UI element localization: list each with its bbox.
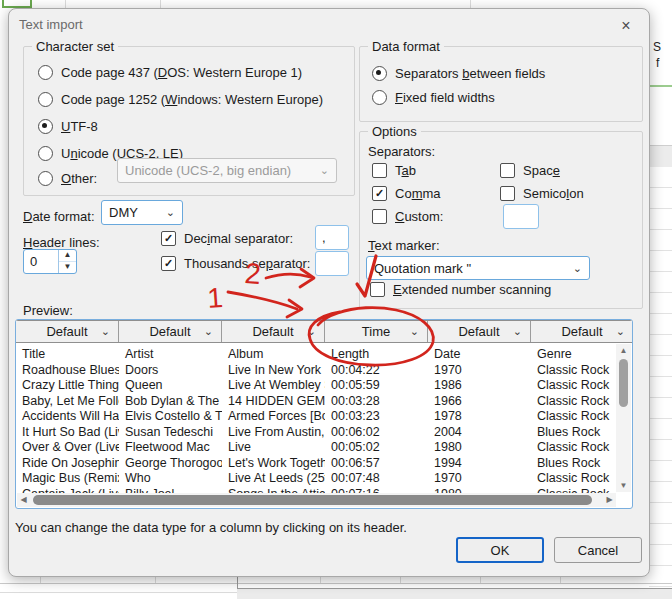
scroll-left-icon[interactable]: ◀ bbox=[17, 493, 30, 507]
preview-cell: 00:03:23 bbox=[325, 409, 428, 425]
checkbox-icon[interactable] bbox=[500, 186, 515, 201]
radio-label[interactable]: Other: bbox=[61, 171, 97, 186]
radio-icon[interactable] bbox=[372, 90, 387, 105]
checkbox-extended-number-scanning[interactable]: Extended number scanning bbox=[370, 281, 551, 297]
preview-cell: 14 HIDDEN GEMS Fr bbox=[222, 394, 325, 410]
checkbox-label[interactable]: Custom: bbox=[395, 209, 443, 224]
preview-cell: Live At Wembley Sta bbox=[222, 378, 325, 394]
spin-down-icon[interactable]: ▼ bbox=[59, 261, 76, 273]
custom-separator-input[interactable] bbox=[503, 204, 539, 229]
dialog-title: Text import bbox=[19, 17, 83, 32]
checkbox-label[interactable]: Semicolon bbox=[523, 186, 584, 201]
column-type-value: Default bbox=[46, 324, 87, 339]
chevron-down-icon: ⌄ bbox=[616, 321, 625, 342]
checkbox-label[interactable]: Decimal separator: bbox=[184, 231, 293, 246]
column-type-selector[interactable]: Default⌄ bbox=[428, 321, 531, 342]
radio-code-page-437[interactable]: Code page 437 (DOS: Western Europe 1) bbox=[38, 64, 302, 80]
radio-label[interactable]: Code page 437 (DOS: Western Europe 1) bbox=[61, 65, 302, 80]
ok-button[interactable]: OK bbox=[456, 537, 544, 563]
checkbox-space[interactable]: Space bbox=[500, 162, 560, 178]
preview-cell: Album bbox=[222, 347, 325, 363]
checkbox-label[interactable]: Space bbox=[523, 163, 560, 178]
preview-cell: 00:06:57 bbox=[325, 456, 428, 472]
radio-icon[interactable] bbox=[38, 146, 53, 161]
radio-icon[interactable] bbox=[38, 65, 53, 80]
radio-icon[interactable] bbox=[372, 66, 387, 81]
checkbox-label[interactable]: Extended number scanning bbox=[393, 282, 551, 297]
preview-cell: 1986 bbox=[428, 378, 531, 394]
column-type-selector[interactable]: Default⌄ bbox=[16, 321, 119, 342]
radio-icon[interactable] bbox=[38, 92, 53, 107]
vertical-scroll-thumb[interactable] bbox=[619, 359, 628, 407]
column-type-selector[interactable]: Default⌄ bbox=[119, 321, 222, 342]
chevron-down-icon: ⌄ bbox=[307, 321, 316, 342]
column-type-selector[interactable]: Default⌄ bbox=[222, 321, 325, 342]
checkbox-icon[interactable]: ✓ bbox=[161, 231, 176, 246]
horizontal-scrollbar[interactable]: ◀ ▶ bbox=[17, 493, 616, 507]
preview-cell: Live In New York bbox=[222, 363, 325, 379]
cancel-button[interactable]: Cancel bbox=[554, 537, 642, 563]
column-type-value: Time bbox=[362, 324, 390, 339]
checkbox-thousands-separator[interactable]: ✓ Thousands separator: bbox=[161, 255, 310, 271]
radio-icon[interactable] bbox=[38, 119, 53, 134]
decimal-separator-input[interactable]: , bbox=[315, 225, 349, 250]
radio-label[interactable]: Separators between fields bbox=[395, 66, 545, 81]
text-import-dialog: Text import × Character set Code page 43… bbox=[8, 8, 650, 577]
vertical-scrollbar[interactable]: ▲ ▼ bbox=[616, 344, 631, 492]
other-encoding-select: Unicode (UCS-2, big endian) ⌄ bbox=[117, 158, 337, 183]
checkbox-icon[interactable] bbox=[500, 163, 515, 178]
preview-cell: Live From Austin, TX bbox=[222, 425, 325, 441]
horizontal-scroll-thumb[interactable] bbox=[33, 495, 592, 505]
checkbox-icon[interactable] bbox=[370, 282, 385, 297]
date-format-label: Date format: bbox=[23, 209, 95, 224]
radio-fixed-field-widths[interactable]: Fixed field widths bbox=[372, 89, 495, 105]
checkbox-label[interactable]: Thousands separator: bbox=[184, 256, 310, 271]
cancel-button-label: Cancel bbox=[578, 543, 618, 558]
column-type-value: Default bbox=[561, 324, 602, 339]
chevron-down-icon: ⌄ bbox=[166, 207, 175, 218]
checkbox-custom[interactable]: Custom: bbox=[372, 208, 443, 224]
checkbox-icon[interactable]: ✓ bbox=[372, 186, 387, 201]
background-selected-cell bbox=[2, 0, 32, 8]
checkbox-decimal-separator[interactable]: ✓ Decimal separator: bbox=[161, 230, 293, 246]
column-type-selector[interactable]: Time⌄ bbox=[325, 321, 428, 342]
select-value: DMY bbox=[109, 205, 138, 220]
preview-label: Preview: bbox=[23, 303, 73, 318]
text-marker-select[interactable]: Quotation mark " ⌄ bbox=[366, 256, 590, 280]
spin-up-icon[interactable]: ▲ bbox=[59, 250, 76, 261]
radio-label[interactable]: UTF-8 bbox=[61, 119, 98, 134]
preview-cell: Title bbox=[16, 347, 119, 363]
thousands-separator-input[interactable] bbox=[315, 251, 349, 276]
column-type-selector[interactable]: Default⌄ bbox=[531, 321, 633, 342]
preview-cell: 00:06:02 bbox=[325, 425, 428, 441]
scroll-up-icon[interactable]: ▲ bbox=[616, 344, 631, 357]
radio-label[interactable]: Fixed field widths bbox=[395, 90, 495, 105]
chevron-down-icon: ⌄ bbox=[204, 321, 213, 342]
close-icon[interactable]: × bbox=[613, 15, 639, 37]
scroll-down-icon[interactable]: ▼ bbox=[616, 479, 631, 492]
spinner-buttons[interactable]: ▲ ▼ bbox=[58, 250, 76, 273]
checkbox-icon[interactable] bbox=[372, 163, 387, 178]
header-lines-spinner[interactable]: 0 ▲ ▼ bbox=[23, 249, 77, 274]
checkbox-label[interactable]: Tab bbox=[395, 163, 416, 178]
radio-code-page-1252[interactable]: Code page 1252 (Windows: Western Europe) bbox=[38, 91, 323, 107]
background-text: S bbox=[653, 40, 661, 54]
preview-cell: Magic Bus (Remixed bbox=[16, 471, 119, 487]
checkbox-icon[interactable] bbox=[372, 209, 387, 224]
date-format-select[interactable]: DMY ⌄ bbox=[101, 200, 183, 225]
radio-utf8[interactable]: UTF-8 bbox=[38, 118, 98, 134]
checkbox-tab[interactable]: Tab bbox=[372, 162, 416, 178]
character-set-group: Character set Code page 437 (DOS: Wester… bbox=[23, 46, 355, 196]
radio-icon[interactable] bbox=[38, 171, 53, 186]
radio-other[interactable]: Other: bbox=[38, 170, 97, 186]
preview-rows: TitleArtistAlbumLengthDateGenreRoadhouse… bbox=[16, 344, 632, 493]
scroll-right-icon[interactable]: ▶ bbox=[603, 493, 616, 507]
radio-label[interactable]: Code page 1252 (Windows: Western Europe) bbox=[61, 92, 323, 107]
checkbox-label[interactable]: Comma bbox=[395, 186, 441, 201]
preview-row: It Hurt So Bad (LiveSusan TedeschiLive F… bbox=[16, 425, 632, 441]
checkbox-icon[interactable]: ✓ bbox=[161, 256, 176, 271]
checkbox-semicolon[interactable]: Semicolon bbox=[500, 185, 584, 201]
preview-cell: 00:05:59 bbox=[325, 378, 428, 394]
checkbox-comma[interactable]: ✓ Comma bbox=[372, 185, 441, 201]
radio-separators-between-fields[interactable]: Separators between fields bbox=[372, 65, 545, 81]
